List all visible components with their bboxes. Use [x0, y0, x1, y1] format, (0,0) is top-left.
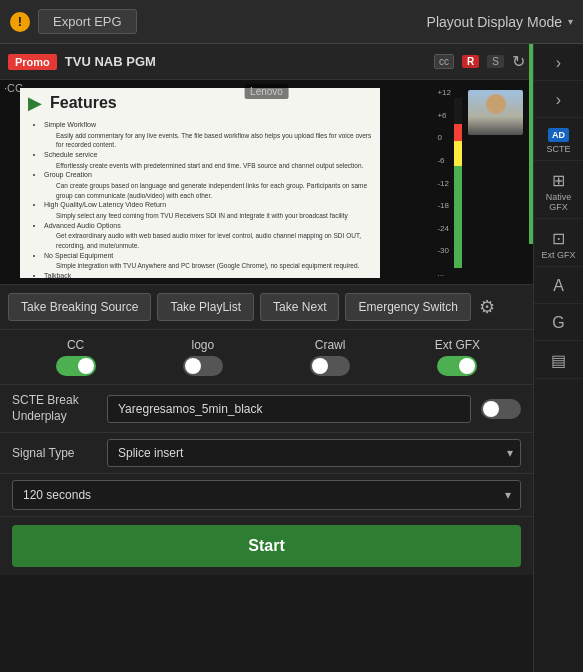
export-epg-button[interactable]: Export EPG: [38, 9, 137, 34]
vu-label-0: 0: [437, 133, 451, 142]
scte-break-input[interactable]: [107, 395, 471, 423]
play-icon: ▶: [28, 92, 42, 114]
thumbnail-person: [468, 90, 523, 135]
scte-break-label: SCTE Break Underplay: [12, 393, 97, 424]
features-title: Features: [50, 94, 117, 112]
cc-badge: cc: [434, 54, 454, 69]
ext-gfx-toggle-label: Ext GFX: [435, 338, 480, 352]
sidebar-item-g[interactable]: G: [534, 308, 583, 341]
crawl-toggle-label: Crawl: [315, 338, 346, 352]
logo-toggle[interactable]: [183, 356, 223, 376]
duration-row: 120 seconds 60 seconds 30 seconds 90 sec…: [0, 473, 533, 516]
rec-badge: R: [462, 55, 479, 68]
features-header: ▶ Features: [20, 88, 380, 118]
video-watermark: Lenovo: [244, 84, 289, 99]
channel-name: TVU NAB PGM: [65, 54, 426, 69]
vu-label-n18: -18: [437, 201, 451, 210]
a-icon: A: [553, 277, 564, 295]
green-accent-border: [529, 44, 533, 244]
sidebar-item-expand-2[interactable]: ›: [534, 85, 583, 118]
warning-icon: !: [10, 12, 30, 32]
emergency-switch-button[interactable]: Emergency Switch: [345, 293, 470, 321]
take-playlist-button[interactable]: Take PlayList: [157, 293, 254, 321]
sidebar-item-expand-1[interactable]: ›: [534, 48, 583, 81]
vu-label-n12: -12: [437, 179, 451, 188]
scte-break-row: SCTE Break Underplay: [0, 384, 533, 432]
action-buttons-row: Take Breaking Source Take PlayList Take …: [0, 285, 533, 329]
person-head: [486, 94, 506, 114]
sidebar-item-native-gfx[interactable]: ⊞ NativeGFX: [534, 165, 583, 219]
vu-label-n24: -24: [437, 224, 451, 233]
take-next-button[interactable]: Take Next: [260, 293, 339, 321]
video-content-area: ▶ Features Simple WorkflowEasily add com…: [20, 88, 380, 278]
ext-gfx-toggle-group: Ext GFX: [394, 338, 521, 376]
chevron-right-icon-1: ›: [556, 54, 561, 72]
sidebar-item-a[interactable]: A: [534, 271, 583, 304]
signal-type-label: Signal Type: [12, 446, 97, 460]
vu-label-more: ...: [437, 269, 451, 278]
cc-toggle[interactable]: [56, 356, 96, 376]
list-icon: ▤: [551, 351, 566, 370]
signal-type-select[interactable]: Splice insert Program runout Chapter sta…: [107, 439, 521, 467]
crawl-toggle-group: Crawl: [267, 338, 394, 376]
vu-label-12: +12: [437, 88, 451, 97]
logo-toggle-label: logo: [192, 338, 215, 352]
duration-select-wrapper: 120 seconds 60 seconds 30 seconds 90 sec…: [12, 480, 521, 510]
video-thumbnail: [468, 90, 523, 135]
cc-toggle-group: CC: [12, 338, 139, 376]
vu-meter: [451, 88, 465, 278]
start-button[interactable]: Start: [12, 525, 521, 567]
signal-type-select-wrapper: Splice insert Program runout Chapter sta…: [107, 439, 521, 467]
crawl-toggle[interactable]: [310, 356, 350, 376]
g-icon: G: [552, 314, 564, 332]
top-bar: ! Export EPG Playout Display Mode ▾: [0, 0, 583, 44]
features-list: Simple WorkflowEasily add commentary for…: [20, 118, 380, 278]
take-breaking-source-button[interactable]: Take Breaking Source: [8, 293, 151, 321]
signal-type-row: Signal Type Splice insert Program runout…: [0, 432, 533, 473]
cc-toggle-label: CC: [67, 338, 84, 352]
promo-badge: Promo: [8, 54, 57, 70]
logo-toggle-group: logo: [139, 338, 266, 376]
sidebar-scte-label: SCTE: [546, 144, 570, 154]
vu-label-n6: -6: [437, 156, 451, 165]
chevron-down-icon: ▾: [568, 16, 573, 27]
ad-badge: AD: [548, 128, 569, 142]
native-gfx-icon: ⊞: [552, 171, 565, 190]
sidebar-item-list[interactable]: ▤: [534, 345, 583, 379]
vu-labels: +12 +6 0 -6 -12 -18 -24 -30 ...: [437, 88, 451, 278]
scte-break-toggle[interactable]: [481, 399, 521, 419]
refresh-icon[interactable]: ↻: [512, 52, 525, 71]
vu-label-6: +6: [437, 111, 451, 120]
sidebar-item-scte[interactable]: AD SCTE: [534, 122, 583, 161]
chevron-right-icon-2: ›: [556, 91, 561, 109]
sidebar-ext-gfx-label: Ext GFX: [541, 250, 575, 260]
top-bar-left: ! Export EPG: [10, 9, 137, 34]
video-preview: ·CC +12 +6 0 -6 -12 -18 -24 -30 ...: [0, 80, 533, 285]
playout-display-dropdown[interactable]: Playout Display Mode ▾: [427, 14, 573, 30]
sidebar-native-gfx-label: NativeGFX: [546, 192, 572, 212]
gear-icon[interactable]: ⚙: [479, 296, 495, 318]
channel-header: Promo TVU NAB PGM cc R S ↻: [0, 44, 533, 80]
playout-display-label: Playout Display Mode: [427, 14, 562, 30]
main-content: Promo TVU NAB PGM cc R S ↻ ·CC +12 +6 0 …: [0, 44, 583, 672]
ext-gfx-toggle[interactable]: [437, 356, 477, 376]
duration-select[interactable]: 120 seconds 60 seconds 30 seconds 90 sec…: [12, 480, 521, 510]
left-panel: Promo TVU NAB PGM cc R S ↻ ·CC +12 +6 0 …: [0, 44, 533, 672]
stream-badge: S: [487, 55, 504, 68]
start-row: Start: [0, 516, 533, 575]
vu-label-n30: -30: [437, 246, 451, 255]
right-sidebar: › › AD SCTE ⊞ NativeGFX ⊡ Ext GFX A G ▤: [533, 44, 583, 672]
toggles-row: CC logo Crawl: [0, 329, 533, 384]
sidebar-item-ext-gfx[interactable]: ⊡ Ext GFX: [534, 223, 583, 267]
ext-gfx-sidebar-icon: ⊡: [552, 229, 565, 248]
